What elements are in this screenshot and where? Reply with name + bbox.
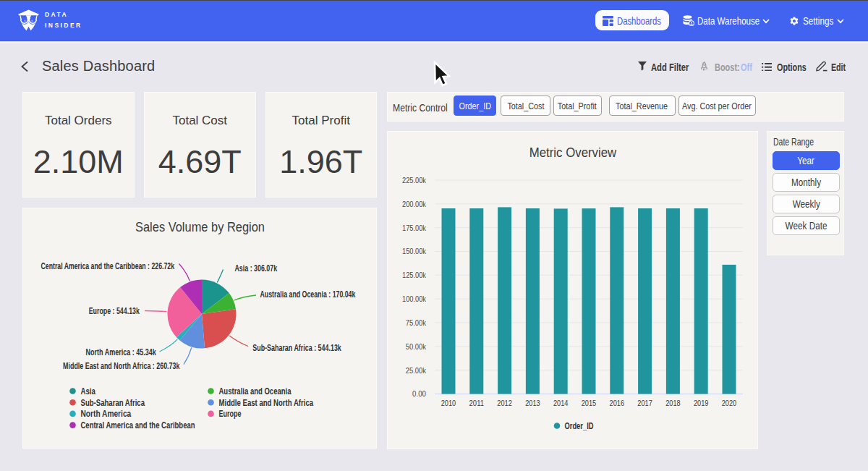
svg-text:Australia and Oceania : 170.04: Australia and Oceania : 170.04k [260, 289, 356, 300]
svg-text:Sales Volume by Region: Sales Volume by Region [135, 219, 265, 234]
svg-text:200.00k: 200.00k [402, 200, 427, 208]
svg-text:Metric Overview: Metric Overview [529, 145, 617, 160]
svg-text:Order_ID: Order_ID [565, 421, 594, 431]
svg-text:Europe : 544.13k: Europe : 544.13k [89, 306, 140, 316]
svg-text:Middle East and North Africa :: Middle East and North Africa : 260.73k [63, 361, 180, 371]
svg-text:150.00k: 150.00k [402, 247, 427, 255]
svg-text:2010: 2010 [441, 399, 456, 407]
svg-text:2019: 2019 [694, 399, 709, 407]
svg-text:125.00k: 125.00k [402, 271, 427, 279]
svg-text:2015: 2015 [582, 399, 597, 407]
svg-text:2020: 2020 [722, 399, 737, 407]
svg-text:Asia: Asia [81, 386, 96, 396]
svg-text:2016: 2016 [610, 399, 625, 407]
svg-text:175.00k: 175.00k [402, 224, 427, 232]
svg-text:50.00k: 50.00k [406, 342, 427, 351]
svg-text:2012: 2012 [497, 399, 512, 407]
svg-text:25.00k: 25.00k [406, 366, 427, 375]
svg-text:Central America and the Caribb: Central America and the Caribbean : 226.… [41, 261, 175, 271]
svg-text:75.00k: 75.00k [406, 318, 427, 327]
svg-text:2011: 2011 [469, 399, 485, 407]
svg-text:2017: 2017 [637, 399, 652, 407]
svg-text:2014: 2014 [553, 399, 569, 407]
svg-text:2013: 2013 [525, 399, 540, 407]
svg-text:Australia and Oceania: Australia and Oceania [219, 386, 292, 396]
svg-text:0.00: 0.00 [412, 389, 426, 398]
svg-text:Middle East and North Africa: Middle East and North Africa [219, 398, 314, 408]
svg-text:North America: North America [81, 409, 132, 419]
svg-text:Europe: Europe [219, 409, 242, 419]
svg-text:Asia : 306.07k: Asia : 306.07k [234, 263, 277, 273]
svg-text:Sub-Saharan Africa : 544.13k: Sub-Saharan Africa : 544.13k [252, 343, 341, 353]
svg-text:Sub-Saharan Africa: Sub-Saharan Africa [81, 398, 145, 408]
svg-text:2018: 2018 [665, 399, 681, 407]
svg-text:Central America and the Caribb: Central America and the Caribbean [81, 420, 195, 430]
svg-text:North America : 45.34k: North America : 45.34k [86, 347, 156, 357]
svg-text:225.00k: 225.00k [402, 176, 427, 184]
svg-text:100.00k: 100.00k [402, 294, 427, 303]
